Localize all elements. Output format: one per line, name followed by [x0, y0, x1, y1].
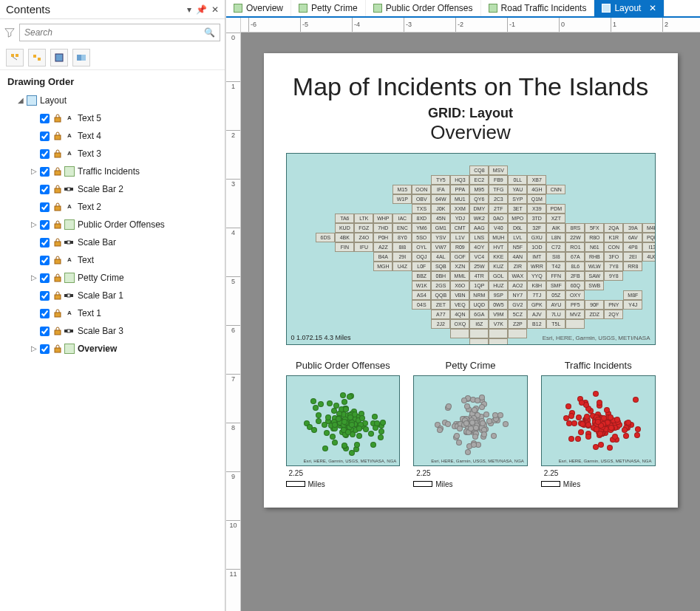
- grid-cell: HQ3: [450, 175, 469, 185]
- tree-item[interactable]: Scale Bar 1: [0, 287, 225, 304]
- tree-item[interactable]: AText 1: [0, 304, 225, 322]
- view-tab[interactable]: Overview: [226, 0, 291, 16]
- incident-point: [446, 403, 452, 409]
- lock-icon[interactable]: [52, 255, 63, 265]
- view-tab[interactable]: Layout✕: [594, 0, 665, 16]
- tree-root-label: Layout: [40, 92, 67, 109]
- expand-icon[interactable]: ▷: [30, 216, 38, 233]
- tree-item[interactable]: Scale Bar 2: [0, 180, 225, 198]
- tree-item[interactable]: AText: [0, 251, 225, 269]
- grid-cell: MML: [450, 271, 469, 281]
- tab-label: Road Traffic Incidents: [501, 3, 587, 13]
- grid-cell: [489, 329, 508, 338]
- tree-item-label: Scale Bar 1: [78, 287, 123, 304]
- layout-canvas[interactable]: Map of Incidents on The Islands GRID: La…: [241, 33, 700, 611]
- svg-rect-24: [55, 295, 61, 299]
- lock-icon[interactable]: [52, 219, 63, 230]
- tree-item[interactable]: AText 5: [0, 109, 225, 127]
- tab-close-icon[interactable]: ✕: [649, 3, 656, 13]
- tree-root[interactable]: ◢ Layout: [0, 92, 225, 109]
- expand-icon[interactable]: ▷: [30, 341, 38, 357]
- expand-icon[interactable]: ▷: [30, 270, 38, 286]
- visibility-checkbox[interactable]: [40, 220, 50, 230]
- visibility-checkbox[interactable]: [40, 291, 50, 301]
- small-map-frame[interactable]: Traffic IncidentsEsri, HERE, Garmin, USG…: [541, 360, 656, 488]
- list-by-source-icon[interactable]: [28, 49, 46, 66]
- visibility-checkbox[interactable]: [40, 202, 50, 212]
- lock-icon[interactable]: [52, 184, 63, 194]
- ruler-tick: 7: [226, 374, 240, 383]
- grid-cell: A2Z: [373, 242, 393, 252]
- panel-menu-icon[interactable]: ▾: [187, 4, 191, 15]
- incident-point: [330, 434, 336, 440]
- visibility-checkbox[interactable]: [40, 114, 50, 123]
- grid-cell: PDM: [546, 204, 565, 214]
- view-tab[interactable]: Public Order Offenses: [366, 0, 481, 16]
- svg-rect-28: [55, 313, 61, 317]
- panel-pin-icon[interactable]: 📌: [196, 4, 207, 15]
- lock-icon[interactable]: [52, 113, 63, 123]
- view-tab[interactable]: Petty Crime: [291, 0, 366, 16]
- lock-icon[interactable]: [52, 308, 63, 318]
- tree-item[interactable]: AText 3: [0, 145, 225, 163]
- panel-close-icon[interactable]: ✕: [211, 4, 219, 15]
- tree-item[interactable]: AText 4: [0, 127, 225, 145]
- visibility-checkbox[interactable]: [40, 238, 50, 248]
- visibility-checkbox[interactable]: [40, 309, 50, 318]
- incident-point: [349, 450, 355, 456]
- overview-map-frame[interactable]: CQ8MSVTY5HQ3EC2FB90LLXB7M15OONIFAPPAM95T…: [286, 153, 656, 345]
- grid-cell: 2J2: [431, 319, 450, 329]
- lock-icon[interactable]: [52, 166, 63, 177]
- lock-icon[interactable]: [52, 290, 63, 301]
- tree-item[interactable]: ▷Public Order Offenses: [0, 216, 225, 233]
- list-by-snap-icon[interactable]: [72, 49, 90, 66]
- ruler-tick: 2: [226, 130, 240, 139]
- visibility-checkbox[interactable]: [40, 132, 50, 141]
- small-map-frame[interactable]: Public Order OffensesEsri, HERE, Garmin,…: [286, 360, 401, 488]
- lock-icon[interactable]: [52, 202, 63, 212]
- tree-item[interactable]: ▷Overview: [0, 340, 225, 358]
- grid-cell: Y4J: [623, 300, 642, 310]
- tree-item[interactable]: Scale Bar 3: [0, 322, 225, 340]
- ruler-tick: 8: [226, 423, 240, 431]
- grid-cell: OXQ: [450, 319, 469, 329]
- lock-icon[interactable]: [52, 273, 63, 283]
- visibility-checkbox[interactable]: [40, 327, 50, 336]
- search-input[interactable]: [24, 27, 204, 38]
- scale-value: 2.25: [544, 469, 558, 477]
- grid-cell: ZIR: [508, 262, 527, 271]
- layout-page[interactable]: Map of Incidents on The Islands GRID: La…: [264, 53, 678, 508]
- visibility-checkbox[interactable]: [40, 273, 50, 283]
- grid-cell: AO2: [508, 281, 527, 290]
- incident-point: [372, 414, 378, 420]
- tree-item[interactable]: ▷Traffic Incidents: [0, 163, 225, 180]
- expand-icon[interactable]: ▷: [30, 163, 38, 180]
- grid-cell: GXU: [527, 233, 546, 242]
- filter-icon[interactable]: [4, 27, 15, 38]
- search-icon[interactable]: 🔍: [204, 27, 215, 38]
- view-tab[interactable]: Road Traffic Incidents: [481, 0, 595, 16]
- visibility-checkbox[interactable]: [40, 344, 50, 354]
- visibility-checkbox[interactable]: [40, 167, 50, 177]
- small-map-frame[interactable]: Petty CrimeEsri, HERE, Garmin, USGS, MET…: [413, 360, 528, 488]
- lock-icon[interactable]: [52, 237, 63, 248]
- tree-item[interactable]: AText 2: [0, 198, 225, 216]
- search-box[interactable]: 🔍: [19, 24, 220, 41]
- list-by-drawing-icon[interactable]: [6, 49, 24, 66]
- ruler-tick: 1: [611, 18, 616, 32]
- tree-item[interactable]: ▷Petty Crime: [0, 269, 225, 287]
- grid-cell: FIN: [335, 242, 354, 252]
- grid-cell: PQP: [642, 233, 655, 242]
- visibility-checkbox[interactable]: [40, 185, 50, 194]
- lock-icon[interactable]: [52, 149, 63, 159]
- tree-item[interactable]: Scale Bar: [0, 233, 225, 251]
- visibility-checkbox[interactable]: [40, 256, 50, 265]
- visibility-checkbox[interactable]: [40, 149, 50, 159]
- lock-icon[interactable]: [52, 131, 63, 141]
- lock-icon[interactable]: [52, 344, 63, 354]
- collapse-icon[interactable]: ◢: [16, 92, 25, 109]
- svg-rect-0: [11, 54, 14, 57]
- lock-icon[interactable]: [52, 326, 63, 336]
- list-by-selection-icon[interactable]: [50, 49, 68, 66]
- svg-rect-26: [67, 294, 70, 297]
